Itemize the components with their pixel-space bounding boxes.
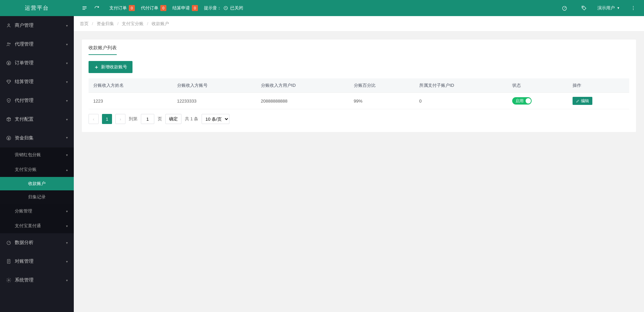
svg-point-13 [633, 9, 634, 10]
page-input[interactable] [141, 114, 154, 124]
chevron-down-icon: ▾ [66, 80, 68, 84]
more-vertical-icon [631, 5, 636, 11]
chevron-down-icon: ▾ [66, 241, 68, 245]
switch-knob [526, 98, 531, 104]
table-header-2: 分账收入方用户ID [256, 78, 349, 93]
page-size-select[interactable]: 10 条/页 [202, 114, 229, 124]
breadcrumb-item-1[interactable]: 资金归集 [97, 21, 114, 27]
submenu-item-6-1[interactable]: 支付宝分账 ▴ [0, 162, 74, 177]
submenu-item-label: 分账管理 [15, 208, 32, 214]
edit-button[interactable]: 编辑 [573, 97, 592, 105]
account-list-card: 收款账户列表 ＋ 新增收款账号 分账收入方姓名分账收入方账号分账收入方用户ID分… [82, 40, 636, 132]
dashboard-icon [561, 5, 568, 11]
refresh-button[interactable] [91, 2, 103, 14]
sidebar-item-label: 商户管理 [15, 22, 34, 28]
page-to-label: 到第 [129, 116, 138, 122]
page-next-button[interactable]: › [115, 114, 125, 124]
header-stats: 支付订单 0代付订单 0结算申请 0提示音： 已关闭 [109, 5, 243, 11]
collapse-sidebar-button[interactable] [78, 2, 91, 14]
sidebar-item-7[interactable]: 数据分析 ▾ [0, 233, 74, 252]
sidebar-item-label: 结算管理 [15, 79, 34, 85]
dashboard-icon-button[interactable] [558, 2, 571, 14]
doc-icon [6, 259, 11, 264]
sidebar: 运营平台 商户管理 ▾ 代理管理 ▾ 订单管理 ▾ 结算管理 ▾ 代付管理 ▾ … [0, 0, 74, 312]
yen-icon [6, 60, 11, 66]
breadcrumb-item-0[interactable]: 首页 [80, 21, 89, 27]
sidebar-item-label: 订单管理 [15, 60, 34, 66]
page-confirm-button[interactable]: 确定 [165, 114, 181, 124]
breadcrumb-item-2[interactable]: 支付宝分账 [122, 21, 144, 27]
gear-icon [6, 277, 11, 283]
chevron-down-icon: ▾ [66, 153, 68, 157]
table-header-5: 状态 [507, 78, 568, 93]
breadcrumb-separator: / [147, 21, 148, 26]
chevron-down-icon: ▾ [66, 118, 68, 121]
sidebar-item-label: 代付管理 [15, 98, 34, 104]
diamond-icon [6, 79, 11, 84]
chevron-down-icon: ▴ [66, 168, 68, 172]
page-unit-label: 页 [158, 116, 162, 122]
chevron-down-icon: ▾ [66, 260, 68, 263]
caret-down-icon: ▼ [617, 6, 620, 10]
breadcrumb-separator: / [117, 21, 119, 26]
chevron-down-icon: ▴ [66, 136, 68, 140]
sidebar-item-0[interactable]: 商户管理 ▾ [0, 16, 74, 35]
sidebar-item-label: 支付配置 [15, 116, 34, 122]
sidebar-item-6[interactable]: 资金归集 ▴ [0, 129, 74, 147]
cell-account: 12233333 [172, 93, 256, 109]
brand-logo: 运营平台 [0, 0, 74, 16]
svg-point-11 [633, 6, 634, 7]
svg-point-1 [7, 43, 9, 44]
sound-toggle[interactable]: 提示音： 已关闭 [204, 5, 243, 11]
header-stat-2[interactable]: 结算申请 0 [172, 5, 198, 11]
sidebar-item-label: 数据分析 [15, 240, 34, 246]
sidebar-item-label: 对账管理 [15, 258, 34, 264]
tag-icon-button[interactable] [578, 2, 590, 14]
submenu-item-6-2[interactable]: 分账管理 ▾ [0, 204, 74, 219]
menu-fold-icon [82, 5, 87, 11]
sidebar-item-5[interactable]: 支付配置 ▾ [0, 110, 74, 129]
sound-status: 已关闭 [230, 5, 243, 11]
stat-label: 支付订单 [109, 5, 127, 11]
breadcrumb: 首页/资金归集/支付宝分账/收款账户 [74, 16, 644, 32]
sidebar-item-1[interactable]: 代理管理 ▾ [0, 35, 74, 54]
sidebar-item-8[interactable]: 对账管理 ▾ [0, 252, 74, 271]
header-stat-1[interactable]: 代付订单 0 [141, 5, 166, 11]
pencil-icon [576, 99, 580, 103]
cube-icon [6, 117, 11, 122]
stat-label: 结算申请 [172, 5, 190, 11]
sidebar-item-9[interactable]: 系统管理 ▾ [0, 271, 74, 290]
sidebar-item-4[interactable]: 代付管理 ▾ [0, 91, 74, 110]
submenu-item-label: 营销红包分账 [15, 152, 41, 158]
table-row: 1223 12233333 20888888888 99% 0 启用 编辑 [89, 93, 629, 109]
sidebar-item-2[interactable]: 订单管理 ▾ [0, 54, 74, 72]
dash-icon [6, 240, 11, 245]
sidebar-item-3[interactable]: 结算管理 ▾ [0, 72, 74, 91]
cell-subid: 0 [415, 93, 507, 109]
chevron-down-icon: ▾ [66, 278, 68, 282]
breadcrumb-item-3: 收款账户 [152, 21, 169, 27]
table-header-1: 分账收入方账号 [172, 78, 256, 93]
cell-percent: 99% [349, 93, 415, 109]
submenu-item-6-3[interactable]: 支付宝直付通 ▾ [0, 219, 74, 233]
subsub-item-6-1-1[interactable]: 归集记录 [0, 190, 74, 204]
add-account-button[interactable]: ＋ 新增收款账号 [89, 61, 132, 73]
sidebar-item-label: 系统管理 [15, 277, 34, 283]
subsub-item-6-1-0[interactable]: 收款账户 [0, 177, 74, 190]
top-header: 支付订单 0代付订单 0结算申请 0提示音： 已关闭 演示用户 ▼ [74, 0, 644, 16]
header-stat-0[interactable]: 支付订单 0 [109, 5, 135, 11]
submenu-item-6-0[interactable]: 营销红包分账 ▾ [0, 147, 74, 162]
page-prev-button[interactable]: ‹ [89, 114, 99, 124]
pagination: ‹ 1 › 到第 页 确定 共 1 条 10 条/页 [89, 114, 629, 124]
user-menu[interactable]: 演示用户 ▼ [597, 5, 620, 11]
page-total-label: 共 1 条 [185, 116, 198, 122]
sidebar-item-label: 资金归集 [15, 135, 34, 141]
agent-icon [6, 42, 11, 47]
page-number-button[interactable]: 1 [102, 114, 112, 124]
add-button-label: 新增收款账号 [101, 64, 127, 70]
more-button[interactable] [627, 2, 639, 14]
plus-icon: ＋ [94, 64, 99, 70]
status-switch[interactable]: 启用 [512, 97, 532, 105]
chevron-down-icon: ▾ [66, 99, 68, 103]
cell-name: 1223 [89, 93, 172, 109]
